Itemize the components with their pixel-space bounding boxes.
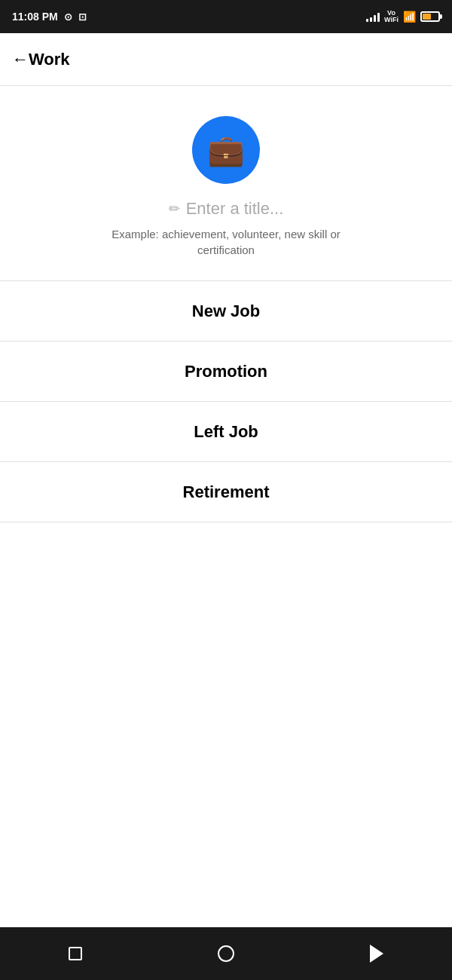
back-nav-icon	[370, 945, 383, 963]
status-icon-dot: ⊙	[64, 11, 72, 23]
menu-item-promotion[interactable]: Promotion	[0, 341, 452, 402]
menu-item-new-job[interactable]: New Job	[0, 281, 452, 341]
header: ← Work	[0, 33, 452, 86]
wifi-icon: 📶	[403, 11, 416, 23]
battery-icon	[420, 11, 440, 22]
battery-fill	[423, 14, 431, 20]
status-icon-camera: ⊡	[78, 11, 87, 23]
menu-item-label-left-job: Left Job	[194, 422, 258, 442]
page-title: Work	[29, 50, 70, 69]
status-bar: 11:08 PM ⊙ ⊡ Vo WiFi 📶	[0, 0, 452, 33]
signal-bars-icon	[366, 11, 380, 22]
home-icon	[218, 945, 234, 962]
nav-bar	[0, 927, 452, 980]
back-nav-button[interactable]	[358, 935, 396, 972]
vo-wifi-icon: Vo WiFi	[384, 10, 399, 23]
briefcase-icon: 💼	[207, 133, 245, 168]
example-text: Example: achievement, volunteer, new ski…	[98, 226, 354, 258]
signal-bar-1	[366, 19, 368, 22]
title-placeholder-text[interactable]: Enter a title...	[186, 199, 284, 219]
menu-item-label-promotion: Promotion	[185, 362, 267, 381]
back-arrow-icon: ←	[12, 50, 29, 69]
menu-list: New Job Promotion Left Job Retirement	[0, 281, 452, 927]
signal-bar-4	[377, 13, 380, 22]
recent-apps-icon	[69, 947, 82, 960]
status-bar-right: Vo WiFi 📶	[366, 10, 440, 23]
home-button[interactable]	[207, 935, 245, 972]
content-spacer	[0, 522, 452, 927]
pencil-icon: ✏	[169, 201, 180, 217]
recent-apps-button[interactable]	[56, 935, 94, 972]
category-icon-circle: 💼	[192, 116, 260, 184]
menu-item-left-job[interactable]: Left Job	[0, 402, 452, 462]
menu-item-label-retirement: Retirement	[183, 482, 270, 502]
menu-item-retirement[interactable]: Retirement	[0, 462, 452, 522]
back-button[interactable]: ←	[12, 50, 29, 69]
title-input-row[interactable]: ✏ Enter a title...	[169, 199, 284, 219]
signal-bar-3	[374, 15, 376, 22]
time-display: 11:08 PM	[12, 11, 58, 23]
hero-section: 💼 ✏ Enter a title... Example: achievemen…	[0, 86, 452, 281]
signal-bar-2	[370, 17, 372, 22]
status-bar-left: 11:08 PM ⊙ ⊡	[12, 11, 87, 23]
menu-item-label-new-job: New Job	[192, 302, 260, 321]
